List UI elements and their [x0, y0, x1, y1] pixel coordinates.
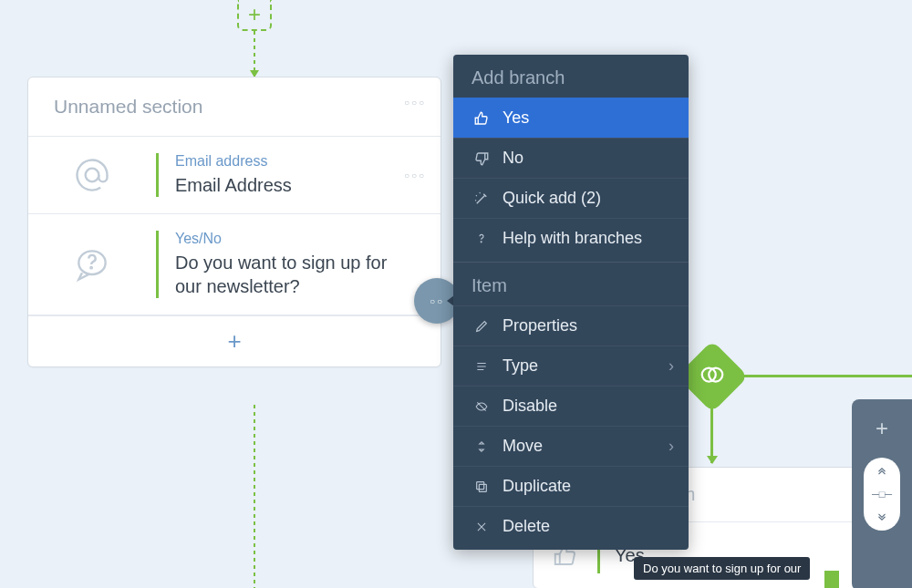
connector-line [737, 375, 912, 377]
zoom-panel: + ─□─ [852, 399, 912, 588]
menu-item-branch-yes[interactable]: Yes [453, 98, 689, 138]
item-body: Yes/No Do you want to sign up for our ne… [175, 231, 440, 298]
svg-point-1 [90, 267, 91, 268]
menu-section-add-branch: Add branch [453, 55, 689, 98]
svg-point-0 [86, 169, 99, 182]
section-card: Unnamed section ○○○ Email address Email … [27, 77, 441, 367]
menu-item-label: Duplicate [503, 477, 571, 496]
item-accent-bar [156, 231, 159, 298]
menu-item-label: Quick add (2) [503, 189, 601, 208]
venn-icon [699, 361, 726, 392]
menu-item-help-branches[interactable]: Help with branches [453, 218, 689, 258]
menu-section-item: Item [453, 262, 689, 305]
pencil-icon [470, 319, 493, 334]
menu-item-label: Help with branches [503, 229, 642, 248]
svg-rect-3 [479, 484, 486, 491]
item-type-label: Email address [175, 153, 404, 170]
close-icon [470, 521, 493, 533]
svg-point-2 [481, 241, 482, 242]
chevron-right-icon: › [668, 356, 674, 376]
menu-item-properties[interactable]: Properties [453, 305, 689, 346]
menu-item-duplicate[interactable]: Duplicate [453, 466, 689, 506]
section-title-text: Unnamed section [54, 96, 202, 117]
dots-icon: ○○ [430, 296, 444, 306]
zoom-in-button[interactable] [874, 467, 890, 480]
zoom-out-button[interactable] [874, 509, 890, 521]
move-icon [470, 438, 493, 455]
connector-line [824, 571, 839, 588]
zoom-control: ─□─ [864, 458, 900, 531]
add-node-button[interactable]: + [237, 0, 272, 31]
menu-item-label: Properties [503, 316, 577, 335]
menu-item-label: Delete [503, 517, 550, 536]
form-item-email[interactable]: Email address Email Address ○○○ [28, 137, 440, 214]
connector-line [710, 403, 713, 463]
tooltip: Do you want to sign up for our [634, 557, 810, 580]
help-icon [470, 231, 493, 247]
menu-item-type[interactable]: Type › [453, 346, 689, 386]
section-title: Unnamed section ○○○ [28, 77, 440, 137]
menu-item-label: Move [503, 437, 543, 456]
eye-off-icon [470, 400, 493, 413]
wand-icon [470, 191, 493, 207]
item-title: Email Address [175, 173, 404, 197]
form-item-yesno[interactable]: Yes/No Do you want to sign up for our ne… [28, 214, 440, 315]
item-title: Do you want to sign up for our newslette… [175, 251, 404, 298]
zoom-slider-handle[interactable]: ─□─ [872, 489, 892, 500]
menu-item-quick-add[interactable]: Quick add (2) [453, 178, 689, 218]
menu-item-disable[interactable]: Disable [453, 386, 689, 426]
thumbs-up-icon [470, 110, 493, 127]
duplicate-icon [470, 480, 493, 494]
item-menu-handle[interactable]: ○○○ [404, 170, 426, 181]
menu-item-label: No [503, 149, 523, 168]
add-item-button[interactable]: + [28, 315, 440, 366]
chevron-right-icon: › [668, 437, 674, 456]
svg-rect-4 [477, 481, 484, 489]
item-accent-bar [156, 153, 159, 197]
connector-line [254, 405, 255, 588]
thumbs-down-icon [470, 150, 493, 167]
panel-add-button[interactable]: + [870, 410, 894, 447]
question-bubble-icon [28, 244, 156, 284]
menu-item-branch-no[interactable]: No [453, 138, 689, 178]
menu-item-delete[interactable]: Delete [453, 506, 689, 546]
list-icon [470, 360, 493, 373]
connector-line [254, 31, 255, 77]
section-menu-handle[interactable]: ○○○ [404, 98, 426, 108]
menu-item-move[interactable]: Move › [453, 426, 689, 466]
item-type-label: Yes/No [175, 231, 404, 247]
item-body: Email address Email Address [175, 153, 440, 197]
menu-item-label: Yes [503, 108, 529, 128]
menu-item-label: Type [503, 356, 538, 376]
context-menu: Add branch Yes No Quick add (2) Help wit… [453, 55, 689, 550]
menu-item-label: Disable [503, 397, 557, 416]
at-icon [28, 155, 156, 195]
